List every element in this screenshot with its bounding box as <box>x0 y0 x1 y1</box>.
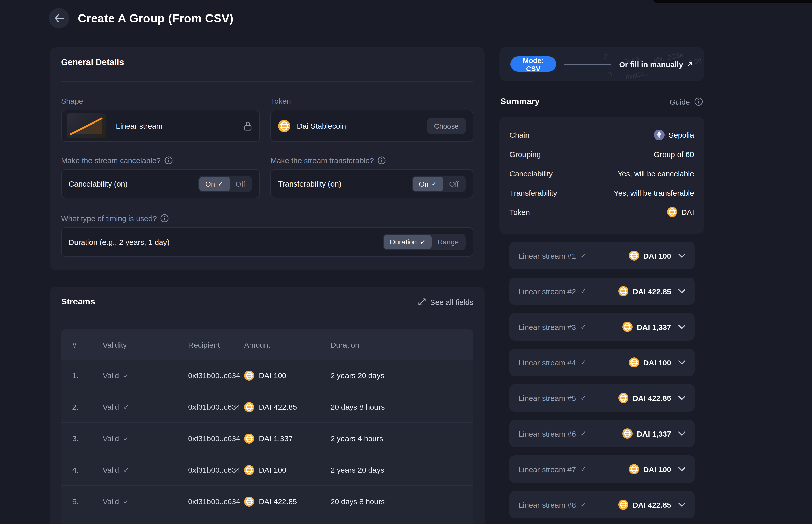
chevron-down-icon <box>678 431 685 436</box>
shape-value: Linear stream <box>116 121 162 130</box>
stream-item-5[interactable]: Linear stream #5✓ DAI 422.85 <box>509 384 695 412</box>
recipient-address: 0xf31b00..c634 <box>188 371 244 380</box>
table-row[interactable]: 3. Valid✓ 0xf31b00..c634 DAI 1,337 2 yea… <box>61 422 473 454</box>
transferability-on-option[interactable]: On ✓ <box>413 177 443 191</box>
table-row[interactable]: 2. Valid✓ 0xf31b00..c634 DAI 422.85 20 d… <box>61 391 473 422</box>
choose-token-button[interactable]: Choose <box>427 118 466 134</box>
recipient-address: 0xf31b00..c634 <box>188 497 244 506</box>
cancelability-toggle: On ✓ Off <box>198 176 252 192</box>
stream-item-4[interactable]: Linear stream #4✓ DAI 100 <box>509 349 695 376</box>
stream-item-2[interactable]: Linear stream #2✓ DAI 422.85 <box>509 278 695 305</box>
summary-header: Summary Guide <box>500 97 703 107</box>
stream-item-1[interactable]: Linear stream #1✓ DAI 100 <box>509 242 695 269</box>
check-icon: ✓ <box>123 371 129 379</box>
check-icon: ✓ <box>580 394 586 402</box>
page-title: Create A Group (From CSV) <box>78 12 233 25</box>
mode-csv-button[interactable]: Mode: CSV <box>510 56 556 72</box>
dai-token-icon <box>244 370 254 380</box>
fill-manually-link[interactable]: Or fill in manually ↗ <box>619 60 693 69</box>
check-icon: ✓ <box>580 323 586 331</box>
dai-token-icon <box>244 465 254 475</box>
summary-row-grouping: Grouping Group of 60 <box>509 144 694 164</box>
recipient-address: 0xf31b00..c634 <box>188 403 244 411</box>
stream-item-7[interactable]: Linear stream #7✓ DAI 100 <box>509 455 695 483</box>
transferability-field: Transferability (on) On ✓ Off <box>271 169 473 198</box>
arrow-left-icon <box>54 14 64 22</box>
chevron-down-icon <box>678 325 685 329</box>
dai-token-icon <box>667 207 677 217</box>
chevron-down-icon <box>678 396 685 400</box>
streams-table-header: # Validity Recipient Amount Duration <box>61 329 473 360</box>
chevron-down-icon <box>678 503 685 507</box>
top-right-overlay-strip <box>653 0 812 2</box>
check-icon: ✓ <box>123 466 129 474</box>
guide-link[interactable]: Guide <box>670 97 703 106</box>
ethereum-chain-icon <box>654 129 665 140</box>
app-root: Create A Group (From CSV) General Detail… <box>0 0 812 524</box>
page-header: Create A Group (From CSV) <box>49 8 233 29</box>
token-label: Token <box>271 97 473 105</box>
stream-item-8[interactable]: Linear stream #8✓ DAI 422.85 <box>509 491 695 519</box>
general-details-card: General Details Shape Token Linear strea… <box>50 47 485 271</box>
check-icon: ✓ <box>432 180 437 187</box>
linear-shape-thumbnail <box>67 113 106 138</box>
summary-card: Chain Sepolia Grouping Group of 60 Cance… <box>499 117 704 234</box>
summary-row-chain: Chain Sepolia <box>509 125 694 144</box>
check-icon: ✓ <box>580 429 586 438</box>
cancelability-field: Cancelability (on) On ✓ Off <box>61 169 260 198</box>
check-icon: ✓ <box>123 497 129 505</box>
table-row[interactable]: 1. Valid✓ 0xf31b00..c634 DAI 100 2 years… <box>61 360 473 391</box>
check-icon: ✓ <box>580 287 586 295</box>
recipient-address: 0xf31b00..c634 <box>188 465 244 474</box>
see-all-fields-link[interactable]: See all fields <box>418 298 473 306</box>
dai-token-icon <box>244 496 254 506</box>
check-icon: ✓ <box>580 501 586 509</box>
table-row[interactable]: 5. Valid✓ 0xf31b00..c634 DAI 422.85 20 d… <box>61 485 473 517</box>
stream-item-6[interactable]: Linear stream #6✓ DAI 1,337 <box>509 420 695 447</box>
dai-token-icon <box>618 393 629 403</box>
check-icon: ✓ <box>580 465 586 473</box>
info-icon[interactable] <box>160 214 169 223</box>
shape-select[interactable]: Linear stream <box>61 110 260 142</box>
dai-token-icon <box>244 402 254 412</box>
info-icon <box>694 97 703 106</box>
timing-duration-option[interactable]: Duration ✓ <box>384 235 432 249</box>
arrow-up-right-icon: ↗ <box>687 60 693 69</box>
token-select[interactable]: Dai Stablecoin Choose <box>271 110 473 142</box>
cancelability-on-option[interactable]: On ✓ <box>199 177 230 191</box>
transferability-label: Transferability (on) <box>278 179 341 188</box>
summary-row-transferability: Transferability Yes, will be transferabl… <box>509 183 694 202</box>
summary-row-token: Token DAI <box>509 202 694 222</box>
table-row[interactable]: 4. Valid✓ 0xf31b00..c634 DAI 100 2 years… <box>61 454 473 485</box>
token-value: Dai Stablecoin <box>297 121 346 130</box>
check-icon: ✓ <box>123 434 129 442</box>
info-icon[interactable] <box>164 156 173 165</box>
dai-token-icon <box>618 500 629 510</box>
divider <box>61 81 473 82</box>
lock-icon <box>244 121 252 131</box>
timing-range-option[interactable]: Range <box>432 235 465 249</box>
dai-token-icon <box>622 322 633 332</box>
info-icon[interactable] <box>377 156 386 165</box>
table-row-partial <box>61 517 473 524</box>
timing-question: What type of timing is used? <box>61 214 473 223</box>
general-details-title: General Details <box>61 58 473 68</box>
timing-label: Duration (e.g., 2 years, 1 day) <box>69 238 169 246</box>
transferable-question: Make the stream transferable? <box>271 156 473 165</box>
dai-token-icon <box>629 464 639 474</box>
streams-table: # Validity Recipient Amount Duration 1. … <box>61 329 473 524</box>
stream-item-3[interactable]: Linear stream #3✓ DAI 1,337 <box>509 313 695 341</box>
dai-token-icon <box>629 250 639 261</box>
check-icon: ✓ <box>580 358 586 366</box>
cancelable-question: Make the stream cancelable? <box>61 156 260 165</box>
shape-label: Shape <box>61 97 260 105</box>
timing-field: Duration (e.g., 2 years, 1 day) Duration… <box>61 227 473 257</box>
summary-title: Summary <box>500 97 540 107</box>
dai-token-icon <box>618 286 629 296</box>
divider <box>61 322 473 322</box>
transferability-off-option[interactable]: Off <box>443 177 465 191</box>
cancelability-off-option[interactable]: Off <box>230 177 251 191</box>
dai-token-icon <box>244 433 254 443</box>
dai-token-icon <box>629 357 639 367</box>
back-button[interactable] <box>49 8 69 29</box>
